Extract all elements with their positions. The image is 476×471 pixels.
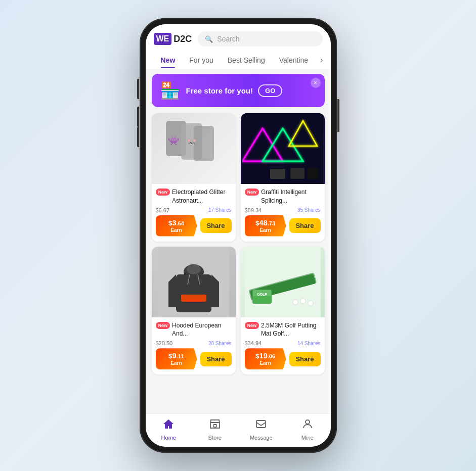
product-card-2[interactable]: New Graffiti Intelligent Splicing... $89…: [241, 113, 325, 242]
tab-best-selling[interactable]: Best Selling: [221, 52, 272, 68]
nav-home-label: Home: [161, 435, 176, 441]
logo-we: WE: [154, 33, 172, 45]
shares-count-3: 28 Shares: [208, 341, 232, 346]
phone-frame: WE D2C 🔍 Search New For you Best Selling…: [140, 18, 337, 453]
neon-light-svg: [242, 113, 323, 184]
original-price-2: $89.34: [245, 207, 262, 213]
product-title-3: Hooded European And...: [172, 321, 231, 339]
shares-count-4: 14 Shares: [297, 341, 321, 346]
phone-screen: WE D2C 🔍 Search New For you Best Selling…: [146, 24, 331, 447]
earn-button-1[interactable]: $3.64 Earn: [156, 215, 197, 237]
tab-new[interactable]: New: [154, 52, 183, 68]
header-top: WE D2C 🔍 Search: [154, 31, 323, 46]
product-image-4: GOLF: [241, 247, 325, 317]
tab-bar: New For you Best Selling Valentine ›: [154, 52, 323, 69]
product-price-row-4: $34.94 14 Shares: [245, 340, 321, 346]
product-info-2: New Graffiti Intelligent Splicing... $89…: [241, 184, 325, 242]
product-title-4: 2.5M3M Golf Putting Mat Golf...: [261, 321, 320, 339]
product-image-1: 👾 🐭: [152, 113, 236, 184]
search-icon: 🔍: [205, 35, 213, 43]
svg-text:👾: 👾: [168, 135, 180, 146]
svg-text:GOLF: GOLF: [257, 293, 267, 296]
store-icon: [209, 418, 221, 433]
product-title-1: Electroplated Glitter Astronaut...: [172, 188, 231, 205]
bottom-nav: Home Store Message: [146, 413, 331, 447]
nav-mine[interactable]: Mine: [284, 418, 331, 441]
share-button-2[interactable]: Share: [289, 218, 321, 233]
product-info-3: New Hooded European And... $20.50 28 Sha…: [152, 317, 236, 375]
phone-cases-svg: 👾 🐭: [163, 116, 224, 181]
product-grid: 👾 🐭 New Electroplated Glitter Astronaut.…: [152, 113, 325, 374]
svg-point-28: [300, 299, 306, 304]
earn-price-2: $48.73 Earn: [250, 218, 281, 233]
new-badge-3: New: [156, 322, 170, 329]
product-info-1: New Electroplated Glitter Astronaut... $…: [152, 184, 236, 242]
new-badge-2: New: [245, 189, 259, 196]
svg-rect-11: [307, 168, 318, 179]
svg-point-29: [308, 301, 313, 306]
banner-close-button[interactable]: ×: [311, 78, 321, 88]
tab-more-icon[interactable]: ›: [315, 52, 328, 69]
search-bar[interactable]: 🔍 Search: [198, 31, 322, 46]
nav-message[interactable]: Message: [238, 418, 285, 441]
nav-store[interactable]: Store: [192, 418, 238, 441]
product-image-3: [152, 247, 236, 317]
tab-valentine[interactable]: Valentine: [272, 52, 315, 68]
svg-rect-31: [256, 420, 266, 428]
product-title-row-4: New 2.5M3M Golf Putting Mat Golf...: [245, 321, 321, 339]
product-card-3[interactable]: New Hooded European And... $20.50 28 Sha…: [152, 247, 236, 375]
earn-price-3: $9.11 Earn: [161, 351, 192, 366]
earn-share-row-3: $9.11 Earn Share: [156, 348, 232, 369]
original-price-4: $34.94: [245, 340, 262, 346]
product-price-row-1: $6.67 17 Shares: [156, 207, 232, 213]
earn-share-row-2: $48.73 Earn Share: [245, 215, 321, 237]
original-price-3: $20.50: [156, 340, 173, 346]
earn-button-3[interactable]: $9.11 Earn: [156, 348, 197, 369]
share-button-3[interactable]: Share: [200, 352, 232, 366]
message-icon: [255, 418, 267, 433]
new-badge-4: New: [245, 322, 259, 329]
banner-text: Free store for you!: [186, 86, 253, 95]
nav-message-label: Message: [250, 435, 273, 441]
tab-for-you[interactable]: For you: [182, 52, 220, 68]
product-title-row-3: New Hooded European And...: [156, 321, 232, 339]
share-button-1[interactable]: Share: [200, 218, 232, 233]
product-image-2: [241, 113, 325, 184]
golf-svg: GOLF: [245, 247, 321, 317]
product-info-4: New 2.5M3M Golf Putting Mat Golf... $34.…: [241, 317, 325, 375]
product-title-2: Graffiti Intelligent Splicing...: [261, 188, 320, 205]
mine-icon: [301, 418, 314, 433]
svg-point-32: [306, 420, 310, 424]
svg-rect-13: [176, 274, 211, 312]
svg-rect-10: [290, 168, 305, 179]
svg-text:🐭: 🐭: [187, 137, 197, 147]
product-card-4[interactable]: GOLF New 2.5M3M Golf Putting Mat Golf...: [241, 247, 325, 375]
earn-button-2[interactable]: $48.73 Earn: [245, 215, 286, 237]
promo-banner: × 🏪 Free store for you! GO: [152, 74, 325, 107]
hoodie-svg: [158, 247, 229, 317]
original-price-1: $6.67: [156, 207, 170, 213]
svg-rect-9: [270, 169, 285, 179]
share-button-4[interactable]: Share: [289, 352, 321, 366]
app-logo: WE D2C: [154, 33, 192, 45]
earn-price-4: $19.06 Earn: [250, 351, 281, 366]
search-placeholder: Search: [217, 35, 239, 43]
earn-button-4[interactable]: $19.06 Earn: [245, 348, 286, 369]
svg-point-17: [187, 264, 201, 274]
product-title-row-2: New Graffiti Intelligent Splicing...: [245, 188, 321, 205]
banner-go-button[interactable]: GO: [258, 84, 282, 97]
earn-price-1: $3.64 Earn: [161, 218, 192, 233]
product-card-1[interactable]: 👾 🐭 New Electroplated Glitter Astronaut.…: [152, 113, 236, 242]
product-price-row-3: $20.50 28 Shares: [156, 340, 232, 346]
svg-point-27: [293, 300, 298, 305]
logo-d2c: D2C: [174, 34, 192, 44]
new-badge-1: New: [156, 189, 170, 196]
svg-rect-2: [194, 126, 214, 161]
earn-share-row-1: $3.64 Earn Share: [156, 215, 232, 237]
home-icon: [162, 418, 175, 433]
svg-rect-30: [213, 425, 217, 427]
product-title-row-1: New Electroplated Glitter Astronaut...: [156, 188, 232, 205]
product-price-row-2: $89.34 35 Shares: [245, 207, 321, 213]
svg-rect-18: [181, 295, 206, 302]
nav-home[interactable]: Home: [146, 418, 192, 441]
